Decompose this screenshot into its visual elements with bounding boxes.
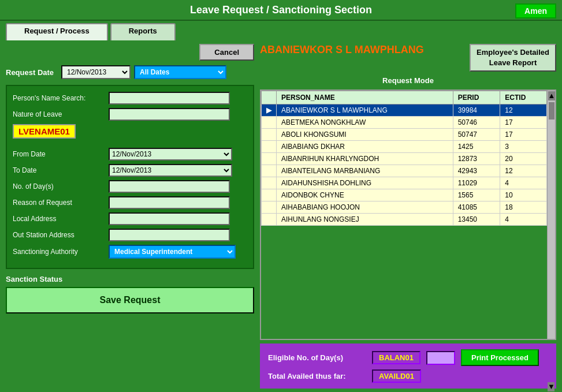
- right-panel: ABANIEWKOR S L MAWPHLANG Employee's Deta…: [260, 44, 556, 389]
- total-availed-row: Total Availed thus far: AVAILD01: [268, 369, 548, 383]
- table-row[interactable]: ABOLI KHONGSUMI5074717: [262, 129, 547, 141]
- row-arrow: [262, 153, 277, 165]
- out-station-row: Out Station Address: [13, 229, 247, 241]
- scrollbar-thumb[interactable]: [549, 102, 554, 120]
- row-person-name: AIDONBOK CHYNE: [277, 189, 453, 201]
- col-header-arrow: [262, 91, 277, 104]
- out-station-input[interactable]: [109, 229, 230, 241]
- col-header-ectid: ECTID: [500, 91, 547, 104]
- row-ectid: 20: [500, 153, 547, 165]
- table-container: PERSON_NAME PERID ECTID ▶ABANIEWKOR S L …: [261, 91, 547, 339]
- local-address-label: Local Address: [13, 215, 105, 223]
- nature-of-leave-input[interactable]: [109, 108, 230, 121]
- no-days-input[interactable]: [109, 180, 230, 193]
- total-availed-value: AVAILD01: [372, 369, 421, 383]
- print-processed-button[interactable]: Print Processed: [461, 349, 539, 366]
- person-name-label: Person's Name Search:: [13, 94, 105, 102]
- request-date-label: Request Date: [6, 68, 58, 77]
- row-ectid: 12: [500, 104, 547, 117]
- table-row[interactable]: ▶ABANIEWKOR S L MAWPHLANG3998412: [262, 104, 547, 117]
- all-dates-select[interactable]: All Dates: [134, 65, 226, 79]
- row-arrow: [262, 201, 277, 214]
- row-perid: 50746: [453, 117, 500, 129]
- app-title: Leave Request / Sanctioning Section: [190, 4, 372, 16]
- eligible-value: BALAN01: [372, 351, 420, 364]
- row-ectid: 17: [500, 129, 547, 141]
- tab-reports[interactable]: Reports: [110, 23, 176, 40]
- person-name-input[interactable]: [109, 92, 230, 104]
- row-perid: 11029: [453, 177, 500, 189]
- table-row[interactable]: ABETMEKA NONGKHLAW5074617: [262, 117, 547, 129]
- sanctioning-authority-select[interactable]: Medical Superintendent: [109, 245, 236, 259]
- row-person-name: AIHUNLANG NONGSIEJ: [277, 214, 453, 226]
- row-arrow: [262, 117, 277, 129]
- eligible-row: Eligible No. of Day(s) BALAN01 Print Pro…: [268, 349, 548, 366]
- local-address-row: Local Address: [13, 212, 247, 225]
- tab-bar: Request / Process Reports: [0, 21, 562, 40]
- employee-header: ABANIEWKOR S L MAWPHLANG Employee's Deta…: [260, 44, 556, 72]
- row-perid: 1425: [453, 141, 500, 153]
- from-date-label: From Date: [13, 150, 105, 158]
- row-arrow: [262, 214, 277, 226]
- row-perid: 1565: [453, 189, 500, 201]
- no-days-label: No. of Day(s): [13, 182, 105, 191]
- row-arrow: [262, 189, 277, 201]
- cancel-row: Cancel: [6, 44, 254, 61]
- row-ectid: 12: [500, 165, 547, 177]
- table-row[interactable]: AIDAHUNSHISHA DOHLING110294: [262, 177, 547, 189]
- row-ectid: 18: [500, 201, 547, 214]
- cancel-button[interactable]: Cancel: [199, 44, 254, 61]
- row-ectid: 10: [500, 189, 547, 201]
- form-box: Person's Name Search: Nature of Leave LV…: [6, 85, 254, 269]
- to-date-select[interactable]: 12/Nov/2013: [109, 164, 232, 177]
- persons-table-wrapper: PERSON_NAME PERID ECTID ▶ABANIEWKOR S L …: [260, 89, 556, 340]
- table-row[interactable]: AIHABABIANG HOOJON4108518: [262, 201, 547, 214]
- row-perid: 13450: [453, 214, 500, 226]
- table-row[interactable]: AIDONBOK CHYNE156510: [262, 189, 547, 201]
- table-scrollbar[interactable]: ▲ ▼: [547, 91, 555, 339]
- eligible-label: Eligible No. of Day(s): [268, 353, 366, 362]
- amen-button[interactable]: Amen: [515, 3, 556, 18]
- reason-input[interactable]: [109, 196, 230, 209]
- detailed-report-button[interactable]: Employee's Detailed Leave Report: [470, 44, 556, 72]
- row-ectid: 3: [500, 141, 547, 153]
- row-arrow: [262, 141, 277, 153]
- from-date-select[interactable]: 12/Nov/2013: [109, 148, 232, 160]
- sanction-status-label: Sanction Status: [6, 275, 254, 283]
- table-row[interactable]: AIBANRIHUN KHARLYNGDOH1287320: [262, 153, 547, 165]
- persons-table: PERSON_NAME PERID ECTID ▶ABANIEWKOR S L …: [261, 91, 547, 226]
- request-date-select[interactable]: 12/Nov/2013: [61, 65, 131, 79]
- reason-label: Reason of Request: [13, 199, 105, 207]
- sanctioning-authority-row: Sanctioning Authority Medical Superinten…: [13, 245, 247, 259]
- person-name-row: Person's Name Search:: [13, 92, 247, 104]
- table-row[interactable]: AIBABIANG DKHAR14253: [262, 141, 547, 153]
- col-header-person-name: PERSON_NAME: [277, 91, 453, 104]
- sanction-status-section: Sanction Status Save Request: [6, 275, 254, 313]
- row-person-name: ABOLI KHONGSUMI: [277, 129, 453, 141]
- row-person-name: AIBANRIHUN KHARLYNGDOH: [277, 153, 453, 165]
- row-perid: 12873: [453, 153, 500, 165]
- tab-request-process[interactable]: Request / Process: [6, 23, 108, 40]
- eligible-input[interactable]: [426, 351, 455, 365]
- request-date-row: Request Date 12/Nov/2013 All Dates: [6, 65, 254, 79]
- row-ectid: 17: [500, 117, 547, 129]
- sanctioning-authority-label: Sanctioning Authority: [13, 248, 105, 256]
- local-address-input[interactable]: [109, 212, 230, 225]
- nature-of-leave-row: Nature of Leave: [13, 108, 247, 121]
- bottom-section: Eligible No. of Day(s) BALAN01 Print Pro…: [260, 344, 556, 389]
- main-content: Cancel Request Date 12/Nov/2013 All Date…: [0, 40, 562, 392]
- table-row[interactable]: AIHUNLANG NONGSIEJ134504: [262, 214, 547, 226]
- table-row[interactable]: AIBANTEILANG MARBANIANG4294312: [262, 165, 547, 177]
- no-days-row: No. of Day(s): [13, 180, 247, 193]
- row-arrow: ▶: [262, 104, 277, 117]
- to-date-row: To Date 12/Nov/2013: [13, 164, 247, 177]
- nature-of-leave-label: Nature of Leave: [13, 110, 105, 118]
- save-request-button[interactable]: Save Request: [6, 287, 254, 313]
- col-header-perid: PERID: [453, 91, 500, 104]
- row-perid: 50747: [453, 129, 500, 141]
- out-station-label: Out Station Address: [13, 231, 105, 239]
- total-availed-label: Total Availed thus far:: [268, 372, 366, 380]
- reason-row: Reason of Request: [13, 196, 247, 209]
- row-perid: 42943: [453, 165, 500, 177]
- row-perid: 41085: [453, 201, 500, 214]
